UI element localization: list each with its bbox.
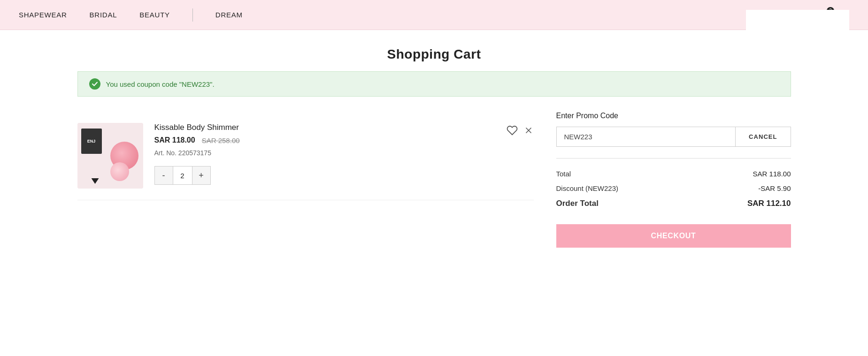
product-artno: Art. No. 220573175 [154,149,495,157]
nav-item-bridal[interactable]: BRIDAL [90,11,117,19]
wishlist-button[interactable] [507,125,518,136]
product-prices: SAR 118.00 SAR 258.00 [154,136,495,144]
order-total-value: SAR 112.10 [747,199,791,208]
product-name: Kissable Body Shimmer [154,123,495,132]
coupon-message: You used coupon code "NEW223". [106,80,215,88]
checkmark-icon [92,81,98,87]
promo-section: Enter Promo Code CANCEL [556,112,791,147]
order-total-row: Order Total SAR 112.10 [556,199,791,208]
product-ribbon [92,178,99,184]
promo-input-row: CANCEL [556,127,791,147]
nav-icons: 2 [801,10,849,20]
product-image-placeholder: ENJ [77,123,143,189]
coupon-check-icon [89,78,100,90]
totals-section: Total SAR 118.00 Discount (NEW223) -SAR … [556,170,791,208]
cart-item: ENJ Kissable Body Shimmer SAR 118.00 SAR… [77,112,534,200]
page-content: Shopping Cart You used coupon code "NEW2… [59,30,810,248]
navigation: SHAPEWEAR BRIDAL BEAUTY DREAM 2 [0,0,868,30]
order-total-label: Order Total [556,199,599,208]
product-disc-small [110,162,129,181]
cart-items: ENJ Kissable Body Shimmer SAR 118.00 SAR… [77,112,534,200]
coupon-banner: You used coupon code "NEW223". [77,71,791,97]
total-label: Total [556,170,571,178]
nav-divider [192,8,193,22]
quantity-increase-button[interactable]: + [192,166,211,185]
price-original: SAR 258.00 [202,136,240,144]
nav-item-beauty[interactable]: BEAUTY [139,11,170,19]
heart-icon [507,125,518,136]
product-image: ENJ [77,123,143,189]
promo-label: Enter Promo Code [556,112,791,120]
discount-value: -SAR 5.90 [758,184,791,192]
nav-dropdown-overlay [746,10,849,40]
quantity-controls: - 2 + [154,166,495,185]
quantity-decrease-button[interactable]: - [154,166,173,185]
page-title: Shopping Cart [77,47,791,62]
page-title-row: Shopping Cart [77,30,791,71]
total-row: Total SAR 118.00 [556,170,791,178]
nav-item-shapewear[interactable]: SHAPEWEAR [19,11,67,19]
promo-divider [556,158,791,159]
cart-layout: ENJ Kissable Body Shimmer SAR 118.00 SAR… [77,112,791,248]
remove-button[interactable] [523,125,534,136]
cart-item-actions [507,123,534,136]
cancel-button[interactable]: CANCEL [736,127,791,147]
nav-menu: SHAPEWEAR BRIDAL BEAUTY DREAM [19,8,243,22]
cart-item-details: Kissable Body Shimmer SAR 118.00 SAR 258… [154,123,495,185]
discount-label: Discount (NEW223) [556,184,619,192]
price-current: SAR 118.00 [154,136,195,144]
discount-row: Discount (NEW223) -SAR 5.90 [556,184,791,192]
close-icon [523,125,534,136]
quantity-value: 2 [173,166,192,185]
nav-item-dream[interactable]: DREAM [215,11,243,19]
product-box: ENJ [81,129,102,154]
checkout-button[interactable]: CHECKOUT [556,224,791,248]
action-icons [507,125,534,136]
promo-input[interactable] [556,127,736,147]
total-value: SAR 118.00 [753,170,791,178]
order-summary: Enter Promo Code CANCEL Total SAR 118.00… [556,112,791,248]
